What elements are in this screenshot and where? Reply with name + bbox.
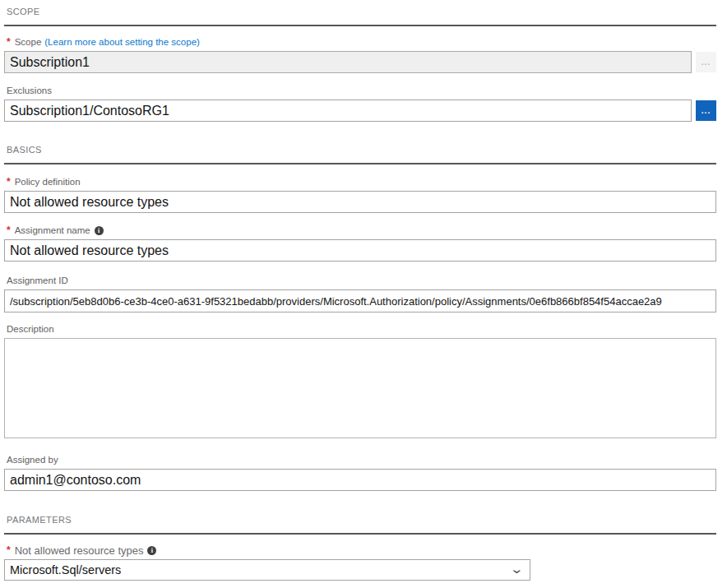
exclusions-browse-button[interactable]: ... [696,100,716,121]
description-label-text: Description [7,324,54,335]
not-allowed-resource-types-label: * Not allowed resource types i [7,545,716,556]
not-allowed-resource-types-select[interactable]: Microsoft.Sql/servers ⌄ [4,559,530,581]
section-header-scope: SCOPE [7,7,716,17]
assigned-by-label: Assigned by [7,455,716,465]
field-scope: * Scope (Learn more about setting the sc… [4,37,716,73]
exclusions-label-text: Exclusions [7,86,52,96]
assignment-id-label-text: Assignment ID [7,275,68,286]
policy-definition-input[interactable] [4,191,716,213]
assigned-by-label-text: Assigned by [7,455,58,465]
assignment-name-label: * Assignment name i [7,225,716,236]
section-header-basics: BASICS [7,145,716,155]
field-assignment-id: Assignment ID [4,275,716,313]
description-textarea[interactable] [4,338,716,438]
scope-learn-more-link[interactable]: (Learn more about setting the scope) [44,37,200,48]
exclusions-label: Exclusions [7,86,716,96]
field-assigned-by: Assigned by [4,455,716,491]
field-policy-definition: * Policy definition [4,177,716,213]
scope-input[interactable] [4,51,692,73]
info-icon[interactable]: i [95,226,104,235]
section-header-parameters: PARAMETERS [7,515,716,525]
field-assignment-name: * Assignment name i [4,225,716,262]
assignment-name-input[interactable] [4,239,716,262]
required-marker: * [7,177,11,188]
selected-resource-type: Microsoft.Sql/servers [10,563,121,576]
assignment-name-label-text: Assignment name [15,225,90,236]
policy-assignment-form: SCOPE * Scope (Learn more about setting … [0,0,727,581]
scope-browse-button[interactable]: ... [696,52,716,72]
exclusions-input[interactable] [4,100,692,122]
field-exclusions: Exclusions ... [4,86,716,122]
assignment-id-input[interactable] [4,289,716,313]
chevron-down-icon: ⌄ [510,563,525,575]
info-icon[interactable]: i [147,546,156,555]
scope-label-text: Scope [15,37,42,48]
required-marker: * [7,545,11,556]
not-allowed-resource-types-label-text: Not allowed resource types [15,545,144,556]
section-divider [4,533,716,535]
policy-definition-label-text: Policy definition [15,177,81,188]
section-divider [4,25,716,26]
assigned-by-input[interactable] [4,469,716,491]
scope-label: * Scope (Learn more about setting the sc… [7,37,716,48]
required-marker: * [7,37,11,48]
field-description: Description [4,324,716,438]
policy-definition-label: * Policy definition [7,177,716,188]
field-not-allowed-resource-types: * Not allowed resource types i Microsoft… [4,545,716,581]
description-label: Description [7,324,716,335]
assignment-id-label: Assignment ID [7,275,716,286]
required-marker: * [7,225,11,236]
section-divider [4,163,716,164]
